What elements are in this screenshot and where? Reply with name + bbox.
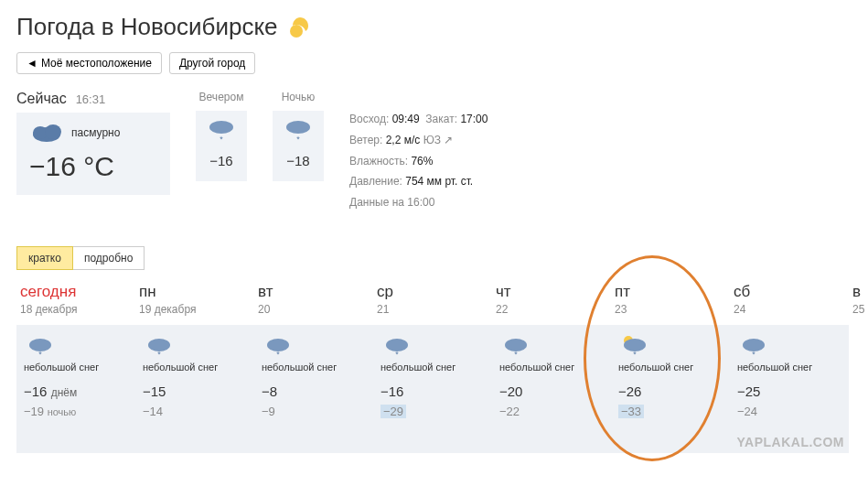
day-date: 24 [734, 303, 845, 316]
svg-point-4 [209, 121, 233, 134]
tab-detailed[interactable]: подробно [73, 246, 145, 270]
temp-night: −14 [143, 405, 247, 418]
forecast-day[interactable]: пт 23 * небольшой снег −26 −33 [611, 283, 730, 453]
weather-icon: * [262, 334, 366, 360]
location-arrow-icon: ◄ [27, 57, 38, 70]
forecast-row: сегодня 18 декабря * небольшой снег −16 … [16, 283, 852, 453]
temp-night: −33 [618, 405, 644, 418]
snow-icon: * [280, 118, 316, 144]
snow-icon: * [203, 118, 240, 144]
weather-icon: * [24, 334, 128, 360]
temp-day: −15 [143, 384, 247, 399]
now-label: Сейчас [16, 91, 67, 107]
wind-direction-icon: ↗ [444, 134, 453, 146]
temp-day: −26 [618, 384, 723, 399]
svg-text:*: * [296, 135, 300, 144]
weather-icon: * [499, 334, 604, 360]
svg-text:*: * [752, 350, 755, 358]
day-of-week: пт [615, 283, 726, 301]
svg-text:*: * [395, 350, 399, 358]
day-condition: небольшой снег [737, 362, 841, 373]
day-condition: небольшой снег [24, 362, 128, 373]
day-of-week: сб [734, 283, 845, 301]
svg-text:*: * [220, 135, 223, 144]
day-date: 19 декабря [139, 303, 251, 316]
forecast-day[interactable]: вт 20 * небольшой снег −8 −9 [254, 283, 373, 453]
now-time: 16:31 [76, 92, 106, 106]
day-condition: небольшой снег [618, 362, 723, 373]
cloud-icon [29, 122, 64, 144]
mini-night: Ночью * −18 [273, 91, 324, 181]
day-of-week: чт [496, 283, 607, 301]
now-condition: пасмурно [71, 126, 120, 139]
forecast-day[interactable]: в 25 [849, 283, 867, 453]
svg-text:*: * [633, 350, 637, 358]
day-of-week: сегодня [20, 283, 132, 301]
day-date: 22 [496, 303, 607, 316]
day-of-week: в [852, 283, 863, 301]
day-condition: небольшой снег [380, 362, 485, 373]
temp-day: −16 [380, 384, 485, 399]
temp-day: −25 [737, 384, 841, 399]
temp-day: −16 днём [24, 384, 128, 399]
day-of-week: вт [258, 283, 370, 301]
day-date: 18 декабря [20, 303, 132, 316]
yandex-weather-logo-icon [287, 15, 313, 40]
now-temp: −16 °C [29, 151, 157, 182]
weather-icon: * [143, 334, 247, 360]
temp-night: −9 [262, 405, 366, 418]
day-condition: небольшой снег [262, 362, 366, 373]
forecast-day[interactable]: ср 21 * небольшой снег −16 −29 [373, 283, 492, 453]
weather-icon: * [618, 334, 723, 360]
day-condition: небольшой снег [499, 362, 604, 373]
temp-night: −29 [380, 405, 406, 418]
day-date: 20 [258, 303, 370, 316]
day-date: 25 [852, 303, 863, 316]
forecast-day[interactable]: сб 24 * небольшой снег −25 −24 [730, 283, 849, 453]
weather-icon: * [380, 334, 485, 360]
day-of-week: пн [139, 283, 251, 301]
forecast-day[interactable]: пн 19 декабря * небольшой снег −15 −14 [135, 283, 254, 453]
temp-night: −24 [737, 405, 841, 418]
watermark: YAPLAKAL.COM [737, 435, 845, 449]
svg-text:*: * [276, 350, 280, 358]
svg-text:*: * [157, 350, 161, 358]
day-date: 23 [615, 303, 726, 316]
day-date: 21 [377, 303, 488, 316]
svg-point-0 [290, 25, 303, 38]
forecast-day[interactable]: сегодня 18 декабря * небольшой снег −16 … [16, 283, 135, 453]
now-details: Восход: 09:49 Закат: 17:00 Ветер: 2,2 м/… [349, 91, 488, 213]
temp-day: −8 [262, 384, 366, 399]
svg-text:*: * [514, 350, 518, 358]
mini-evening: Вечером * −16 [196, 91, 247, 181]
weather-icon: * [737, 334, 841, 360]
day-of-week: ср [377, 283, 488, 301]
tab-short[interactable]: кратко [16, 246, 73, 270]
now-card: пасмурно −16 °C [16, 113, 170, 195]
temp-night: −19 ночью [24, 405, 128, 418]
page-title: Погода в Новосибирске [16, 13, 278, 41]
day-condition: небольшой снег [143, 362, 247, 373]
my-location-button[interactable]: ◄ Моё местоположение [16, 52, 162, 74]
forecast-day[interactable]: чт 22 * небольшой снег −20 −22 [492, 283, 611, 453]
svg-point-3 [45, 124, 61, 139]
svg-text:*: * [38, 350, 42, 358]
temp-night: −22 [499, 405, 604, 418]
temp-day: −20 [499, 384, 604, 399]
other-city-button[interactable]: Другой город [169, 52, 255, 74]
svg-point-6 [286, 121, 310, 134]
